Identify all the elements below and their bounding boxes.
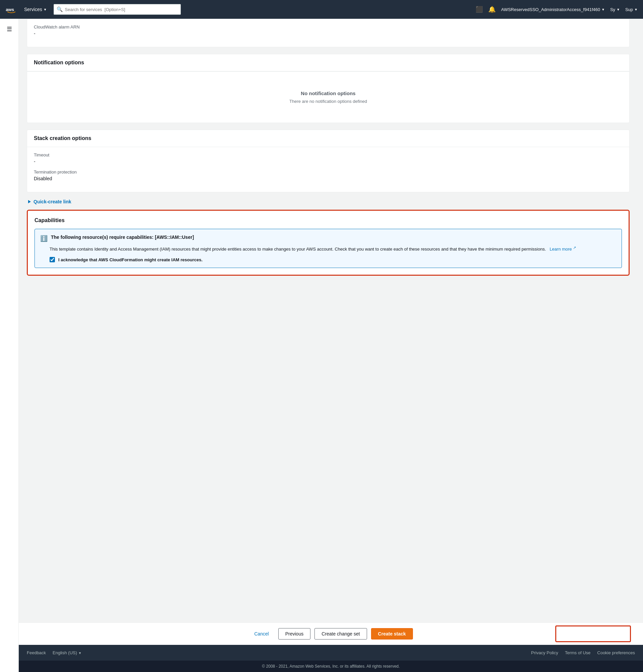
top-navigation: aws Services ▼ 🔍 ⬛ 🔔 AWSReservedSSO_Admi… (0, 0, 643, 19)
create-change-set-button[interactable]: Create change set (314, 628, 367, 639)
svg-text:aws: aws (6, 7, 14, 12)
quick-create-triangle-icon (28, 200, 31, 203)
nav-right-controls: ⬛ 🔔 AWSReservedSSO_AdministratorAccess_f… (475, 6, 638, 13)
timeout-value: - (34, 159, 622, 164)
search-bar: 🔍 (53, 4, 181, 15)
cancel-button[interactable]: Cancel (249, 628, 274, 639)
notification-empty-state: No notification options There are no not… (34, 77, 622, 117)
quick-create-label: Quick-create link (34, 199, 71, 204)
notification-options-title: Notification options (34, 60, 622, 66)
iam-notice-title: The following resource(s) require capabi… (51, 235, 194, 240)
notification-options-body: No notification options There are no not… (27, 72, 629, 123)
region-chevron-icon: ▼ (617, 8, 620, 11)
stack-creation-options-title: Stack creation options (34, 135, 622, 141)
cookie-preferences-link[interactable]: Cookie preferences (597, 650, 635, 655)
sidebar: ☰ (0, 19, 19, 672)
region-label: Sy (610, 7, 615, 12)
cloudwatch-section: CloudWatch alarm ARN - (27, 19, 630, 47)
terms-of-use-link[interactable]: Terms of Use (565, 650, 591, 655)
copyright-bar: © 2008 - 2021, Amazon Web Services, Inc.… (19, 661, 643, 672)
account-name: AWSReservedSSO_AdministratorAccess_f941f… (501, 7, 600, 12)
cloudwatch-alarm-value: - (34, 31, 622, 36)
aws-logo: aws (5, 3, 17, 15)
language-selector[interactable]: English (US) ▼ (52, 650, 82, 655)
account-menu-button[interactable]: AWSReservedSSO_AdministratorAccess_f941f… (501, 7, 605, 12)
content-area: CloudWatch alarm ARN - Notification opti… (19, 19, 643, 672)
search-icon: 🔍 (57, 7, 63, 12)
page-body: CloudWatch alarm ARN - Notification opti… (19, 19, 643, 622)
support-label: Sup (625, 7, 633, 12)
external-link-icon: ↗ (573, 245, 576, 250)
info-icon: ℹ️ (40, 235, 48, 242)
iam-acknowledge-checkbox[interactable] (50, 257, 55, 262)
notification-options-header: Notification options (27, 54, 629, 71)
quick-create-link[interactable]: Quick-create link (27, 199, 630, 204)
iam-acknowledge-row: I acknowledge that AWS CloudFormation mi… (50, 257, 616, 262)
main-layout: ☰ CloudWatch alarm ARN - Notification op… (0, 19, 643, 672)
language-chevron-icon: ▼ (78, 651, 82, 655)
cloudshell-button[interactable]: ⬛ (475, 6, 483, 13)
support-menu-button[interactable]: Sup ▼ (625, 7, 638, 12)
stack-creation-options-section: Stack creation options Timeout - Termina… (27, 130, 630, 192)
create-stack-button[interactable]: Create stack (371, 628, 413, 639)
iam-notice-body: This template contains Identity and Acce… (50, 245, 616, 253)
cloudwatch-alarm-label: CloudWatch alarm ARN (34, 24, 622, 29)
search-input[interactable] (65, 7, 178, 12)
account-chevron-icon: ▼ (602, 8, 605, 11)
notification-empty-title: No notification options (40, 91, 616, 96)
stack-creation-options-header: Stack creation options (27, 130, 629, 147)
sidebar-menu-button[interactable]: ☰ (4, 23, 15, 36)
timeout-label: Timeout (34, 153, 622, 157)
iam-notice: ℹ️ The following resource(s) require cap… (35, 229, 622, 268)
services-chevron-icon: ▼ (44, 8, 47, 11)
learn-more-link[interactable]: Learn more ↗ (548, 247, 577, 252)
notification-options-section: Notification options No notification opt… (27, 54, 630, 123)
stack-creation-options-body: Timeout - Termination protection Disable… (27, 147, 629, 192)
language-label: English (US) (52, 650, 77, 655)
previous-button[interactable]: Previous (278, 628, 311, 639)
support-chevron-icon: ▼ (634, 8, 638, 11)
capabilities-title: Capabilities (35, 217, 622, 224)
copyright-text: © 2008 - 2021, Amazon Web Services, Inc.… (262, 664, 400, 669)
footer-right: Privacy Policy Terms of Use Cookie prefe… (531, 650, 635, 655)
footer-left: Feedback English (US) ▼ (27, 650, 82, 655)
services-label: Services (24, 7, 42, 12)
iam-acknowledge-label: I acknowledge that AWS CloudFormation mi… (58, 257, 203, 262)
iam-notice-header: ℹ️ The following resource(s) require cap… (40, 235, 616, 242)
capabilities-section: Capabilities ℹ️ The following resource(s… (27, 210, 630, 276)
services-menu-button[interactable]: Services ▼ (22, 5, 50, 13)
privacy-policy-link[interactable]: Privacy Policy (531, 650, 558, 655)
notifications-button[interactable]: 🔔 (488, 6, 496, 13)
region-menu-button[interactable]: Sy ▼ (610, 7, 620, 12)
action-bar: Cancel Previous Create change set Create… (19, 622, 643, 645)
notification-empty-description: There are no notification options define… (40, 99, 616, 104)
footer-bar: Feedback English (US) ▼ Privacy Policy T… (19, 645, 643, 661)
feedback-button[interactable]: Feedback (27, 650, 46, 655)
termination-protection-value: Disabled (34, 176, 622, 181)
termination-protection-label: Termination protection (34, 169, 622, 175)
